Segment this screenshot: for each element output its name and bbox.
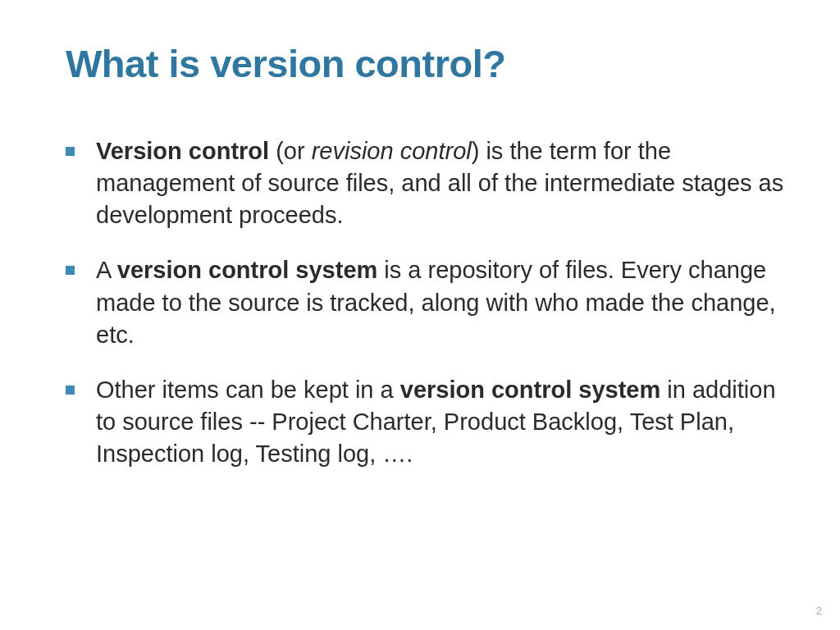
bullet-text: Other items can be kept in a version con… [96,374,791,470]
bullet-item: A version control system is a repository… [66,254,791,350]
slide-content: Version control (or revision control) is… [66,135,791,470]
bullet-text: Version control (or revision control) is… [96,135,791,231]
bullet-marker-icon [66,266,75,275]
bullet-marker-icon [66,386,75,395]
bullet-item: Version control (or revision control) is… [66,135,791,231]
slide: What is version control? Version control… [0,0,840,630]
bullet-item: Other items can be kept in a version con… [66,374,791,470]
slide-title: What is version control? [66,41,791,86]
bullet-marker-icon [66,147,75,156]
page-number: 2 [816,605,822,617]
bullet-text: A version control system is a repository… [96,254,791,350]
